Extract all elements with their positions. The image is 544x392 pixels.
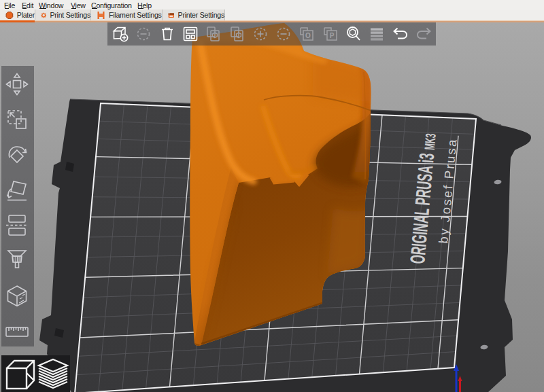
svg-text:O: O: [305, 32, 311, 39]
svg-text:P: P: [330, 32, 335, 39]
svg-text:MK3: MK3: [422, 132, 439, 150]
